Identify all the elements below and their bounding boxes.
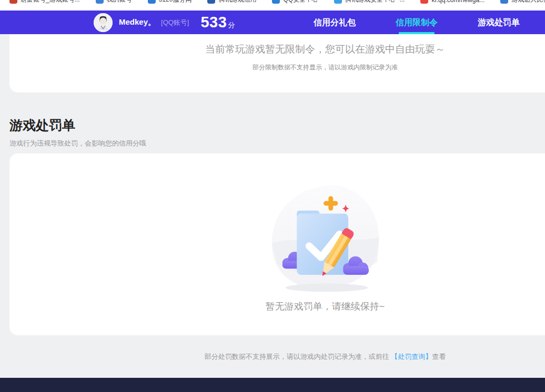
- credit-score-unit: 分: [228, 20, 235, 30]
- bookmark-label: 腾讯游戏信用: [218, 0, 256, 4]
- site-header: Medkey。 [QQ账号] 533 分 信用分礼包 信用限制令 游戏处罚单: [0, 11, 545, 34]
- bookmark-item[interactable]: 游戏达人比价网,地...: [500, 0, 545, 4]
- bottom-bar: [0, 378, 545, 392]
- penalty-query-link[interactable]: 【处罚查询】: [391, 353, 432, 360]
- footer-text-before: 部分处罚数据不支持展示，请以游戏内处罚记录为准，或前往: [205, 353, 391, 360]
- restriction-main-text: 当前常玩游戏暂无限制令，您可以在游戏中自由玩耍～: [9, 34, 545, 56]
- ground-shadow: [286, 284, 368, 292]
- bookmark-item[interactable]: 腾讯游戏信用: [207, 0, 256, 4]
- tencent-safety-favicon: [334, 0, 342, 4]
- bookmark-item[interactable]: 我的账号: [96, 0, 132, 4]
- penalty-section-title: 游戏处罚单: [9, 117, 545, 134]
- bookmark-item[interactable]: 螃蟹账号_游戏账号...: [9, 0, 80, 4]
- nav-credit-gift[interactable]: 信用分礼包: [313, 11, 356, 34]
- price-compare-favicon: [500, 0, 508, 4]
- credit-score-value: 533: [200, 14, 227, 31]
- restriction-sub-text: 部分限制数据不支持显示，请以游戏内限制记录为准: [9, 63, 545, 72]
- footer-text-after: 查看: [432, 353, 446, 360]
- user-name: Medkey。: [119, 17, 156, 27]
- avatar[interactable]: [94, 13, 113, 32]
- page-footer-note: 部分处罚数据不支持展示，请以游戏内处罚记录为准，或前往 【处罚查询】查看: [9, 352, 545, 362]
- penalty-section-head: 游戏处罚单 游戏行为违规导致处罚，会影响您的信用分哦: [9, 117, 545, 148]
- restriction-notice-card: 当前常玩游戏暂无限制令，您可以在游戏中自由玩耍～ 部分限制数据不支持显示，请以游…: [9, 34, 545, 92]
- bookmark-item[interactable]: QQ安全中心: [272, 0, 318, 4]
- bookmark-item[interactable]: 腾讯游戏安全中心 -...: [334, 0, 405, 4]
- bookmark-label: 腾讯游戏安全中心 -...: [345, 0, 405, 4]
- bookmark-label: QQ安全中心: [283, 0, 318, 4]
- penalty-section-subtitle: 游戏行为违规导致处罚，会影响您的信用分哦: [9, 139, 545, 148]
- browser-bookmarks-bar: 螃蟹账号_游戏账号... 我的账号 5120服务网 腾讯游戏信用 QQ安全中心 …: [0, 0, 545, 11]
- header-nav: 信用分礼包 信用限制令 游戏处罚单: [313, 11, 520, 34]
- bookmarks-row: 螃蟹账号_游戏账号... 我的账号 5120服务网 腾讯游戏信用 QQ安全中心 …: [9, 0, 545, 4]
- crab-favicon: [9, 0, 17, 4]
- qq-security-favicon: [272, 0, 280, 4]
- credit-score: 533 分: [200, 14, 235, 31]
- bookmark-label: 5120服务网: [159, 0, 192, 4]
- kf-qq-favicon: [420, 0, 428, 4]
- service-favicon: [148, 0, 156, 4]
- bookmark-item[interactable]: kf.qq.com/newga...: [420, 0, 485, 4]
- empty-state-text: 暂无游戏罚单，请继续保持~: [9, 300, 545, 313]
- account-type-label: [QQ账号]: [161, 18, 189, 27]
- user-block: Medkey。 [QQ账号] 533 分: [94, 11, 235, 34]
- bookmark-label: 游戏达人比价网,地...: [511, 0, 545, 4]
- penalty-list-card: 暂无游戏罚单，请继续保持~: [9, 153, 545, 335]
- nav-credit-restriction[interactable]: 信用限制令: [395, 11, 438, 34]
- bookmark-label: kf.qq.com/newga...: [431, 0, 485, 4]
- account-favicon: [96, 0, 104, 4]
- avatar-image: [94, 13, 113, 32]
- bookmark-item[interactable]: 5120服务网: [148, 0, 192, 4]
- empty-state-illustration: [259, 180, 391, 298]
- bookmark-label: 螃蟹账号_游戏账号...: [21, 0, 80, 4]
- bookmark-label: 我的账号: [107, 0, 132, 4]
- tencent-credit-favicon: [207, 0, 215, 4]
- nav-game-penalty[interactable]: 游戏处罚单: [477, 11, 520, 34]
